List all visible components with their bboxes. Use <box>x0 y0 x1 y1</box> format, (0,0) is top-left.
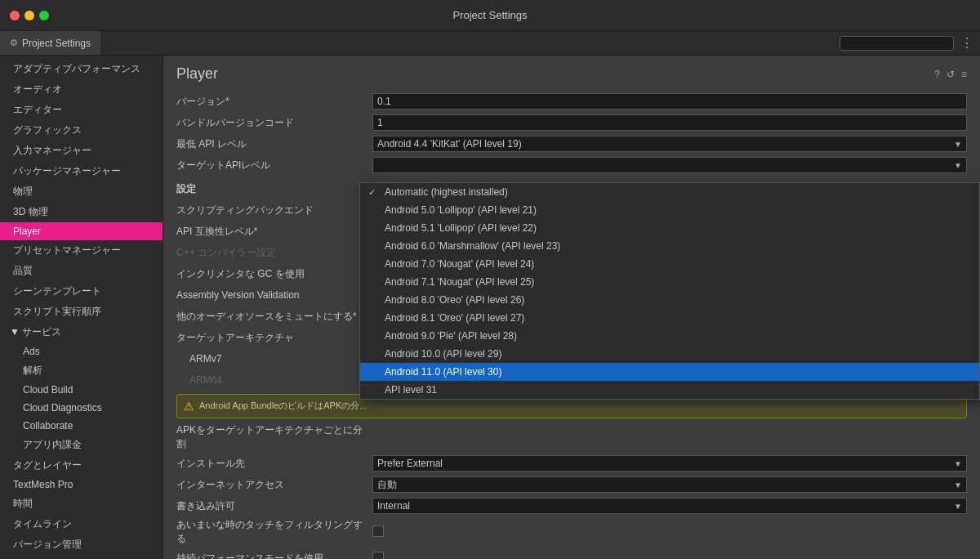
sidebar-item-script-execution-order[interactable]: スクリプト実行順序 <box>0 302 163 322</box>
sidebar-item-graphics[interactable]: グラフィックス <box>0 120 163 141</box>
check-icon: ✓ <box>368 187 380 198</box>
sustained-performance-checkbox[interactable] <box>372 552 384 560</box>
cpp-compiler-label: C++ コンパイラー設定 <box>176 246 372 260</box>
sidebar-item-editor[interactable]: エディター <box>0 100 163 120</box>
bundle-version-row: バンドルバージョンコード <box>176 114 967 132</box>
dropdown-option-label: Android 6.0 'Marshmallow' (API level 23) <box>385 240 560 252</box>
sidebar-item-ads[interactable]: Ads <box>0 342 163 360</box>
target-api-dropdown[interactable]: ▼ <box>372 157 967 173</box>
min-api-value: Android 4.4 'KitKat' (API level 19) <box>377 138 522 150</box>
minimize-button[interactable] <box>24 11 34 20</box>
filter-touches-checkbox[interactable] <box>372 525 384 537</box>
refresh-icon[interactable]: ↺ <box>947 69 955 80</box>
sidebar-item-physics[interactable]: 物理 <box>0 181 163 202</box>
dropdown-option-25[interactable]: Android 7.1 'Nougat' (API level 25) <box>360 273 979 291</box>
version-value-container <box>372 93 967 110</box>
api-compat-label: API 互換性レベル* <box>176 225 372 239</box>
write-permission-dropdown-container: Internal ▼ <box>372 498 967 514</box>
search-input[interactable] <box>840 36 954 51</box>
dropdown-option-30[interactable]: Android 11.0 (API level 30) <box>360 363 979 381</box>
warning-icon: ⚠ <box>184 400 194 413</box>
sustained-performance-row: 持続パフォーマンスモードを使用 <box>176 549 967 559</box>
dropdown-option-24[interactable]: Android 7.0 'Nougat' (API level 24) <box>360 255 979 273</box>
dropdown-option-label: Android 7.1 'Nougat' (API level 25) <box>385 276 534 288</box>
maximize-button[interactable] <box>39 11 49 20</box>
sidebar-item-3d-physics[interactable]: 3D 物理 <box>0 202 163 222</box>
sidebar-item-cloud-build[interactable]: Cloud Build <box>0 381 163 399</box>
sidebar-item-cloud-diagnostics[interactable]: Cloud Diagnostics <box>0 399 163 417</box>
sidebar-item-preset-manager[interactable]: プリセットマネージャー <box>0 240 163 261</box>
sidebar-item-player[interactable]: Player <box>0 222 163 240</box>
arm64-label: ARM64 <box>176 374 372 386</box>
sidebar-item-version-control[interactable]: バージョン管理 <box>0 534 163 555</box>
dropdown-option-auto[interactable]: ✓ Automatic (highest installed) <box>360 183 979 201</box>
dropdown-option-23[interactable]: Android 6.0 'Marshmallow' (API level 23) <box>360 237 979 255</box>
dropdown-option-31[interactable]: API level 31 <box>360 381 979 399</box>
version-input[interactable] <box>372 93 967 110</box>
sidebar-item-quality[interactable]: 品質 <box>0 261 163 281</box>
sidebar-item-collaborate[interactable]: Collaborate <box>0 417 163 435</box>
min-api-row: 最低 API レベル Android 4.4 'KitKat' (API lev… <box>176 135 967 153</box>
dropdown-option-label: Android 11.0 (API level 30) <box>385 366 501 378</box>
sidebar-item-package-manager[interactable]: パッケージマネージャー <box>0 161 163 181</box>
filter-touches-row: あいまいな時のタッチをフィルタリングする <box>176 518 967 546</box>
incremental-gc-label: インクリメンタな GC を使用 <box>176 267 372 281</box>
tab-label: Project Settings <box>22 38 91 49</box>
close-button[interactable] <box>10 11 20 20</box>
dropdown-option-22[interactable]: Android 5.1 'Lollipop' (API level 22) <box>360 219 979 237</box>
internet-access-label: インターネットアクセス <box>176 478 372 492</box>
write-permission-dropdown[interactable]: Internal ▼ <box>372 498 967 514</box>
dropdown-option-29[interactable]: Android 10.0 (API level 29) <box>360 345 979 363</box>
sidebar-item-timeline[interactable]: タイムライン <box>0 514 163 534</box>
sidebar-item-textmesh-pro[interactable]: TextMesh Pro <box>0 476 163 494</box>
install-location-label: インストール先 <box>176 457 372 471</box>
sustained-performance-label: 持続パフォーマンスモードを使用 <box>176 552 372 560</box>
dropdown-option-label: Android 10.0 (API level 29) <box>385 348 501 360</box>
sidebar-item-adaptive-performance[interactable]: アダプティブパフォーマンス <box>0 59 163 79</box>
content-icon-bar: ? ↺ ≡ <box>934 69 967 80</box>
settings-icon[interactable]: ≡ <box>961 69 967 80</box>
sidebar-item-input-manager[interactable]: 入力マネージャー <box>0 141 163 161</box>
target-arch-label: ターゲットアーキテクチャ <box>176 331 372 345</box>
help-icon[interactable]: ? <box>934 69 940 80</box>
target-api-label: ターゲットAPIレベル <box>176 159 372 172</box>
scripting-backend-label: スクリプティングバックエンド <box>176 203 372 217</box>
internet-access-value: 自動 <box>377 478 397 492</box>
sidebar-item-scene-template[interactable]: シーンテンプレート <box>0 281 163 302</box>
internet-access-dropdown[interactable]: 自動 ▼ <box>372 476 967 493</box>
sidebar-item-xr-plugin[interactable]: XR プラグイン管理 <box>0 555 163 559</box>
sidebar-item-analytics[interactable]: 解析 <box>0 360 163 381</box>
target-api-row: ターゲットAPIレベル ▼ <box>176 156 967 174</box>
sidebar-item-audio[interactable]: オーディオ <box>0 79 163 100</box>
more-options-icon[interactable]: ⋮ <box>960 35 973 51</box>
internet-access-dropdown-container: 自動 ▼ <box>372 476 967 493</box>
bundle-version-value-container <box>372 114 967 131</box>
sidebar: アダプティブパフォーマンス オーディオ エディター グラフィックス 入力マネージ… <box>0 56 163 559</box>
tabbar-right: ⋮ <box>840 31 980 55</box>
bundle-version-input[interactable] <box>372 114 967 131</box>
project-settings-tab[interactable]: ⚙ Project Settings <box>0 31 100 55</box>
main-layout: アダプティブパフォーマンス オーディオ エディター グラフィックス 入力マネージ… <box>0 56 980 559</box>
sidebar-item-tags-layers[interactable]: タグとレイヤー <box>0 455 163 476</box>
sidebar-item-in-app-purchase[interactable]: アプリ内課金 <box>0 435 163 455</box>
chevron-down-icon: ▼ <box>954 459 962 468</box>
min-api-dropdown[interactable]: Android 4.4 'KitKat' (API level 19) ▼ <box>372 136 967 152</box>
target-api-dropdown-menu[interactable]: ✓ Automatic (highest installed) Android … <box>359 182 980 400</box>
dropdown-option-21[interactable]: Android 5.0 'Lollipop' (API level 21) <box>360 201 979 219</box>
window-title: Project Settings <box>452 9 527 21</box>
dropdown-option-27[interactable]: Android 8.1 'Oreo' (API level 27) <box>360 309 979 327</box>
sidebar-item-time[interactable]: 時間 <box>0 494 163 514</box>
filter-touches-label: あいまいな時のタッチをフィルタリングする <box>176 518 372 546</box>
dropdown-option-26[interactable]: Android 8.0 'Oreo' (API level 26) <box>360 291 979 309</box>
install-location-dropdown[interactable]: Prefer External ▼ <box>372 455 967 472</box>
version-label: バージョン* <box>176 95 372 109</box>
min-api-dropdown-container: Android 4.4 'KitKat' (API level 19) ▼ <box>372 136 967 152</box>
warning-text: Android App BundleのビルドはAPKの分... <box>199 400 367 412</box>
player-title: Player <box>176 65 218 83</box>
sidebar-item-services[interactable]: ▼ サービス <box>0 322 163 342</box>
dropdown-option-label: Automatic (highest installed) <box>385 186 508 198</box>
write-permission-label: 書き込み許可 <box>176 499 372 513</box>
dropdown-option-28[interactable]: Android 9.0 'Pie' (API level 28) <box>360 327 979 345</box>
install-location-value: Prefer External <box>377 458 443 469</box>
gear-icon: ⚙ <box>10 38 18 48</box>
